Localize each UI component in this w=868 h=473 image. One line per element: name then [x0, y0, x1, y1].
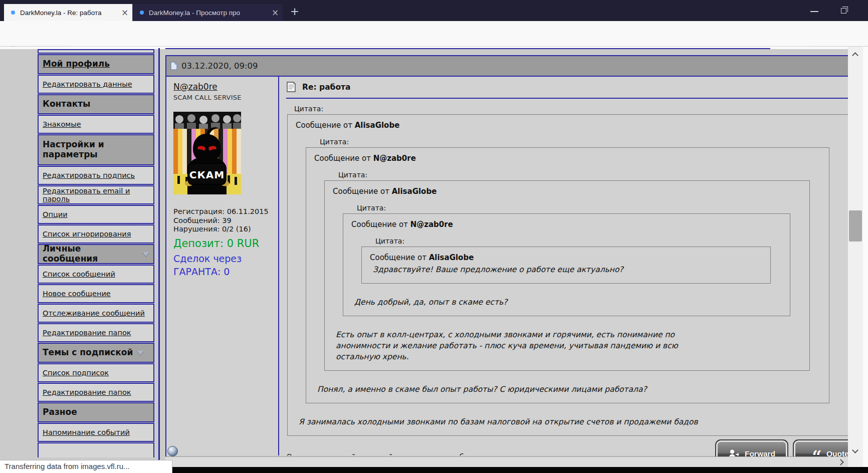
sidebar-header-my-profile[interactable]: Мой профиль [38, 54, 154, 74]
sidebar-header-private-messages[interactable]: Личные сообщения [38, 244, 154, 264]
post-date: 03.12.2020, 09:09 [181, 61, 258, 71]
sidebar-link-message-tracking[interactable]: Отслеживание сообщений [38, 304, 154, 323]
frame-border [158, 48, 160, 467]
quoted-text: Здравствуйте! Ваше предложение о работе … [373, 264, 760, 275]
quoted-text: Понял, а именно в скаме был опыт работы?… [317, 384, 819, 395]
close-tab-icon[interactable]: × [119, 7, 130, 18]
stat-messages: Сообщений: 39 [173, 216, 278, 225]
post-body: N@zab0re SCAM CALL SERVISE [166, 77, 848, 455]
chevron-down-icon[interactable] [852, 447, 858, 453]
post-date-bar: 03.12.2020, 09:09 [166, 55, 848, 77]
private-message-post: 03.12.2020, 09:09 N@zab0re SCAM CALL SER… [165, 55, 848, 456]
status-tooltip: Transferring data from images.vfl.ru... [0, 460, 172, 473]
sidebar-partial-row [38, 49, 154, 54]
page-icon [170, 62, 177, 70]
forum-frame: Мой профиль Редактировать данные Контакт… [0, 47, 848, 473]
restore-button[interactable] [834, 0, 855, 21]
sidebar-link-edit-data[interactable]: Редактировать данные [38, 75, 154, 94]
minimize-button[interactable] [804, 0, 825, 21]
sidebar-partial-row [38, 442, 154, 457]
window-edge [863, 47, 868, 473]
stat-registration: Регистрация: 06.11.2015 [173, 207, 278, 216]
tab-pm-thread[interactable]: DarkMoney.la - Re: работа × [4, 4, 132, 21]
quoted-author: AlisaGlobe [392, 187, 437, 196]
sidebar-header-settings: Настройки и параметры [38, 134, 154, 165]
triangle-down-icon[interactable] [137, 351, 144, 355]
author-username-link[interactable]: N@zab0re [173, 82, 218, 92]
chevron-up-icon[interactable] [852, 52, 858, 59]
tab-favicon-dot-icon [11, 11, 15, 15]
quote-level-4: Цитата: Сообщение от N@zab0re Цитата: [342, 204, 790, 316]
titlebar: DarkMoney.la - Re: работа × DarkMoney.la… [0, 0, 868, 21]
sidebar-link-acquaintances[interactable]: Знакомые [38, 115, 154, 134]
guarantor-link[interactable]: Сделок через ГАРАНТА: 0 [173, 252, 278, 278]
sidebar-link-message-list[interactable]: Список сообщений [38, 265, 154, 284]
horizontal-scrollbar[interactable] [165, 456, 848, 467]
message-title: Re: работа [302, 83, 351, 92]
quoted-author: AlisaGlobe [429, 253, 474, 262]
vertical-scrollbar[interactable] [848, 47, 863, 473]
svg-text:СКАМ: СКАМ [189, 169, 225, 181]
sidebar-link-ignore-list[interactable]: Список игнорирования [38, 224, 154, 244]
sidebar-link-event-reminders[interactable]: Напоминание событий [38, 423, 154, 442]
navigation-toolbar: https://darkmoney.la/private.php?do=show… [0, 21, 868, 47]
quote-level-1: Цитата: Сообщение от AlisaGlobe Цитата: … [286, 105, 848, 436]
tab-profile-view[interactable]: DarkMoney.la - Просмотр про × [132, 4, 283, 21]
sidebar-link-edit-folders[interactable]: Редактирование папок [38, 323, 154, 342]
quote-box: Сообщение от AlisaGlobe Здравствуйте! Ва… [361, 247, 771, 284]
sidebar-link-options[interactable]: Опции [38, 205, 154, 224]
sidebar-link-edit-email-password[interactable]: Редактировать email и пароль [38, 185, 154, 204]
author-user-title: SCAM CALL SERVISE [173, 94, 278, 101]
quote-box: Сообщение от AlisaGlobe Цитата: Сообщени… [324, 180, 810, 371]
quoted-author: AlisaGlobe [355, 121, 400, 130]
sidebar-link-new-message[interactable]: Новое сообщение [38, 284, 154, 303]
sidebar-header-misc: Разное [38, 402, 154, 422]
author-avatar[interactable]: СКАМ [173, 112, 241, 194]
sidebar-link-edit-folders-2[interactable]: Редактирование папок [38, 383, 154, 402]
quoted-author: N@zab0re [410, 220, 453, 229]
scrollbar-thumb[interactable] [849, 210, 862, 242]
sidebar-link-edit-signature[interactable]: Редактировать подпись [38, 166, 154, 185]
chevron-right-icon[interactable] [837, 459, 844, 465]
page-content: Мой профиль Редактировать данные Контакт… [0, 47, 868, 473]
note-icon [286, 81, 296, 93]
divider [286, 98, 848, 99]
tab-favicon-dot-icon [140, 11, 144, 15]
sidebar-header-contacts: Контакты [38, 94, 154, 114]
tab-title: DarkMoney.la - Re: работа [20, 9, 119, 17]
quote-level-5: Цитата: Сообщение от AlisaGlobe Здравств… [360, 237, 771, 284]
new-tab-button[interactable]: + [287, 4, 303, 20]
quote-level-3: Цитата: Сообщение от AlisaGlobe Цитата: [323, 171, 810, 371]
quote-level-2: Цитата: Сообщение от N@zab0re Цитата: Со… [305, 138, 829, 403]
close-tab-icon[interactable]: × [270, 7, 281, 18]
divider [165, 48, 770, 49]
quoted-text: День добрый, да, опыт в скаме есть? [354, 297, 780, 308]
author-stats: Регистрация: 06.11.2015 Сообщений: 39 На… [173, 207, 278, 234]
tab-title: DarkMoney.la - Просмотр про [149, 9, 270, 17]
quote-box: Сообщение от N@zab0re Цитата: Сообщение … [306, 147, 829, 403]
deposit-line: Депозит: 0 RUR [173, 238, 278, 250]
triangle-down-icon[interactable] [142, 252, 149, 257]
sidebar-link-subscription-list[interactable]: Список подписок [38, 363, 154, 382]
message-panel: Re: работа Цитата: Сообщение от AlisaGlo… [279, 77, 848, 455]
quote-box: Сообщение от N@zab0re Цитата: Сообщение … [343, 213, 790, 316]
sidebar-header-subscribed-threads[interactable]: Темы с подпиской [38, 343, 154, 363]
quoted-text: Я занималась холодными звонками по базам… [299, 416, 838, 427]
online-status-orb-icon [167, 446, 178, 456]
stat-violations: Нарушения: 0/2 (16) [173, 225, 278, 234]
browser-window: DarkMoney.la - Re: работа × DarkMoney.la… [0, 0, 868, 473]
quote-box: Сообщение от AlisaGlobe Цитата: Сообщени… [287, 114, 848, 436]
usercp-sidebar: Мой профиль Редактировать данные Контакт… [38, 49, 154, 457]
quoted-author: N@zab0re [373, 154, 416, 163]
quoted-text: Есть опыт в колл-центрах, с холодными зв… [336, 329, 708, 362]
author-panel: N@zab0re SCAM CALL SERVISE [166, 77, 278, 455]
